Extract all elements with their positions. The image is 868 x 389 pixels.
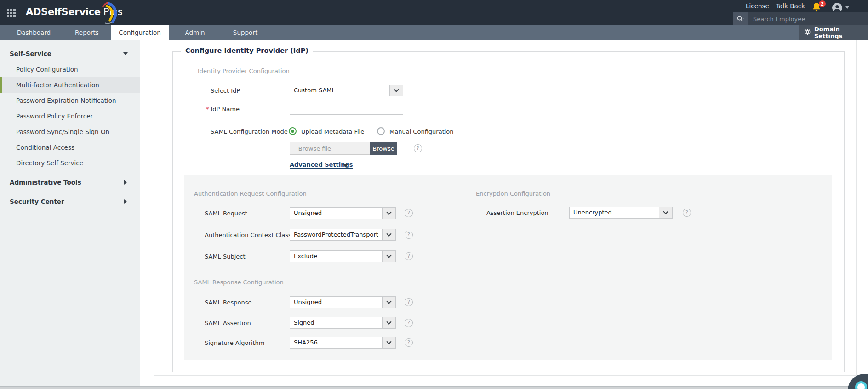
auth-request-configuration-header: Authentication Request Configuration xyxy=(194,190,307,197)
chevron-down-icon xyxy=(382,337,395,348)
saml-configuration-mode-label: SAML Configuration Mode xyxy=(211,128,288,135)
radio-manual-configuration-label[interactable]: Manual Configuration xyxy=(389,128,454,135)
sidebar-section-administrative-tools[interactable]: Administrative Tools xyxy=(0,175,140,190)
assertion-encryption-label: Assertion Encryption xyxy=(486,209,548,216)
sidebar-item-password-expiration-notification[interactable]: Password Expiration Notification xyxy=(0,93,140,108)
sidebar-item-label: Password Policy Enforcer xyxy=(16,113,93,120)
saml-response-label: SAML Response xyxy=(205,299,251,306)
domain-settings-label: Domain Settings xyxy=(814,26,868,39)
chevron-down-icon xyxy=(382,297,395,308)
page-title: Configure Identity Provider (IdP) xyxy=(181,47,313,54)
chat-support-icon xyxy=(855,381,867,389)
employee-search-bar xyxy=(733,12,868,25)
saml-subject-label: SAML Subject xyxy=(205,253,246,260)
user-avatar-icon[interactable] xyxy=(832,3,842,13)
idp-name-input[interactable] xyxy=(290,103,403,115)
idp-configuration-header: Identity Provider Configuration xyxy=(198,68,290,74)
content-divider xyxy=(154,40,154,376)
assertion-encryption-value: Unencrypted xyxy=(570,207,659,218)
content-divider xyxy=(862,40,862,376)
brand-name-bold: ADSelfService xyxy=(26,6,101,17)
signature-algorithm-dropdown[interactable]: SHA256 xyxy=(290,337,396,349)
chevron-right-icon xyxy=(124,180,127,185)
encryption-configuration-header: Encryption Configuration xyxy=(476,190,550,197)
search-icon[interactable] xyxy=(733,12,748,25)
sidebar-item-directory-self-service[interactable]: Directory Self Service xyxy=(0,155,140,171)
adselfservice-plus-page: ADSelfServicePlus License Talk Back 2 xyxy=(0,0,868,389)
advanced-settings-panel xyxy=(184,175,832,360)
help-icon[interactable]: ? xyxy=(405,319,413,327)
saml-response-dropdown[interactable]: Unsigned xyxy=(290,296,396,308)
tab-dashboard[interactable]: Dashboard xyxy=(5,25,63,40)
saml-assertion-dropdown[interactable]: Signed xyxy=(290,317,396,329)
sidebar-item-label: Password Expiration Notification xyxy=(16,97,116,104)
select-idp-dropdown[interactable]: Custom SAML xyxy=(290,85,403,96)
tab-reports[interactable]: Reports xyxy=(63,25,111,40)
page-bottom-strip xyxy=(0,386,868,389)
radio-manual-configuration[interactable] xyxy=(377,127,385,135)
assertion-encryption-dropdown[interactable]: Unencrypted xyxy=(569,207,673,219)
help-icon[interactable]: ? xyxy=(414,144,422,152)
authentication-context-class-value: PasswordProtectedTransport xyxy=(290,229,382,240)
metadata-file-input[interactable] xyxy=(290,142,370,155)
tab-admin[interactable]: Admin xyxy=(169,25,221,40)
select-idp-value: Custom SAML xyxy=(290,85,389,96)
chat-support-button[interactable] xyxy=(848,374,868,389)
divider xyxy=(828,3,828,10)
saml-response-value: Unsigned xyxy=(290,297,382,308)
sidebar-item-label: Multi-factor Authentication xyxy=(16,81,99,89)
talk-back-link[interactable]: Talk Back xyxy=(776,0,805,12)
help-icon[interactable]: ? xyxy=(405,298,413,306)
select-idp-label: Select IdP xyxy=(211,87,240,94)
sidebar-item-password-sync-single-sign-on[interactable]: Password Sync/Single Sign On xyxy=(0,124,140,140)
content-divider xyxy=(160,40,160,376)
saml-assertion-value: Signed xyxy=(290,317,382,328)
license-link[interactable]: License xyxy=(746,0,769,12)
sidebar-item-label: Conditional Access xyxy=(16,144,74,151)
sidebar-item-multi-factor-authentication[interactable]: Multi-factor Authentication xyxy=(0,77,140,93)
gear-icon xyxy=(804,28,811,37)
sidebar-section-security-center[interactable]: Security Center xyxy=(0,194,140,209)
help-icon[interactable]: ? xyxy=(405,252,413,260)
sidebar-item-label: Password Sync/Single Sign On xyxy=(16,128,109,135)
chevron-down-icon[interactable] xyxy=(343,164,348,167)
brand-swoosh-icon xyxy=(101,1,120,26)
tab-configuration[interactable]: Configuration xyxy=(111,25,169,40)
notification-count-badge: 2 xyxy=(819,0,826,7)
domain-settings-button[interactable]: Domain Settings xyxy=(799,25,868,40)
help-icon[interactable]: ? xyxy=(683,209,691,217)
saml-subject-dropdown[interactable]: Exclude xyxy=(290,250,396,262)
chevron-down-icon xyxy=(382,229,395,240)
help-icon[interactable]: ? xyxy=(405,231,413,239)
user-menu-caret-icon[interactable] xyxy=(845,6,849,9)
saml-response-configuration-header: SAML Response Configuration xyxy=(194,279,284,286)
sidebar-item-conditional-access[interactable]: Conditional Access xyxy=(0,140,140,155)
browse-button[interactable]: Browse xyxy=(370,142,397,155)
content-bottom-border xyxy=(154,375,868,376)
content-divider xyxy=(856,40,857,376)
chevron-down-icon xyxy=(382,208,395,219)
radio-upload-metadata-file[interactable] xyxy=(289,127,297,135)
search-employee-input[interactable] xyxy=(748,12,868,25)
apps-grid-icon[interactable] xyxy=(7,9,16,17)
chevron-down-icon xyxy=(382,317,395,328)
saml-assertion-label: SAML Assertion xyxy=(205,320,251,327)
chevron-down-icon xyxy=(123,52,128,55)
sidebar-item-password-policy-enforcer[interactable]: Password Policy Enforcer xyxy=(0,108,140,124)
sidebar-section-self-service[interactable]: Self-Service xyxy=(0,46,140,62)
sidebar-section-label: Security Center xyxy=(10,198,64,205)
saml-request-dropdown[interactable]: Unsigned xyxy=(290,207,396,219)
saml-subject-value: Exclude xyxy=(290,251,382,262)
authentication-context-class-dropdown[interactable]: PasswordProtectedTransport xyxy=(290,229,396,241)
tab-support[interactable]: Support xyxy=(221,25,269,40)
sidebar-section-label: Self-Service xyxy=(10,50,51,57)
help-icon[interactable]: ? xyxy=(405,209,413,217)
radio-upload-metadata-file-label[interactable]: Upload Metadata File xyxy=(301,128,364,135)
authentication-context-class-label: Authentication Context Class xyxy=(205,231,291,238)
sidebar-item-policy-configuration[interactable]: Policy Configuration xyxy=(0,62,140,77)
signature-algorithm-value: SHA256 xyxy=(290,337,382,348)
chevron-down-icon xyxy=(389,85,403,96)
chevron-down-icon xyxy=(659,207,672,218)
chevron-right-icon xyxy=(124,199,127,204)
help-icon[interactable]: ? xyxy=(405,338,413,347)
